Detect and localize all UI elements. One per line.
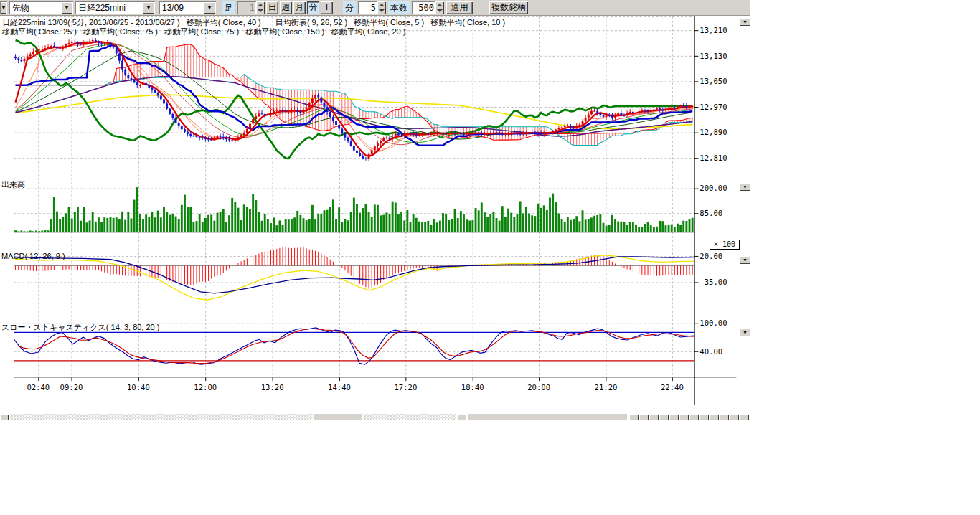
time-tick-label: 10:40 bbox=[127, 383, 150, 392]
period-button-T[interactable]: T bbox=[321, 1, 333, 14]
contract-value: 13/09 bbox=[159, 1, 203, 14]
chevron-down-icon[interactable]: ▼ bbox=[204, 2, 215, 14]
price-tick-label: 12,970 bbox=[699, 103, 727, 111]
time-tick-label: 18:40 bbox=[461, 383, 484, 392]
bottom-scrollbar-strip bbox=[0, 414, 750, 420]
period-button-週[interactable]: 週 bbox=[280, 1, 292, 14]
bottom-toolbar-button[interactable] bbox=[679, 414, 689, 420]
period-button-日[interactable]: 日 bbox=[266, 1, 278, 14]
time-tick-label: 21:20 bbox=[595, 383, 618, 392]
chevron-down-icon: ▼ bbox=[743, 330, 748, 335]
stoch-panel-label: スロー・ストキャスティクス( 14, 3, 80, 20 ) bbox=[1, 322, 159, 333]
chevron-down-icon[interactable]: ▼ bbox=[143, 2, 154, 14]
macd-panel-label: MACD( 12, 26, 9 ) bbox=[1, 252, 65, 260]
volume-panel-label: 出来高 bbox=[1, 179, 25, 190]
edge-combobox[interactable]: ▼ bbox=[0, 1, 7, 14]
chevron-down-icon[interactable]: ▼ bbox=[61, 2, 72, 14]
scrollbar-track[interactable] bbox=[10, 414, 313, 420]
bottom-toolbar-button[interactable] bbox=[710, 414, 719, 420]
bottom-toolbar-button[interactable] bbox=[649, 414, 659, 420]
bar-interval-value: 1 bbox=[237, 1, 256, 14]
time-tick-label: 17:20 bbox=[394, 383, 417, 392]
time-tick-label: 13:20 bbox=[261, 383, 284, 392]
bottom-toolbar-button[interactable] bbox=[699, 414, 709, 420]
chevron-down-icon: ▼ bbox=[743, 258, 748, 263]
symbol-value: 日経225mini bbox=[75, 1, 142, 14]
stoch-scale-dropdown[interactable]: ▼ bbox=[740, 329, 750, 336]
volume-tick-label: 85.00 bbox=[699, 209, 722, 217]
price-tick-label: 13,130 bbox=[699, 52, 727, 60]
scrollbar-button[interactable] bbox=[0, 414, 9, 420]
macd-tick-label: -35.00 bbox=[699, 278, 727, 286]
time-tick-label: 14:40 bbox=[328, 383, 351, 392]
stoch-tick-label: 40.00 bbox=[699, 347, 722, 356]
count-stepper[interactable]: 500 bbox=[412, 1, 444, 14]
volume-multiplier-badge: × 100 bbox=[710, 240, 740, 250]
chart-canvas[interactable]: 13,21013,13013,05012,97012,89012,810200.… bbox=[0, 16, 750, 420]
scrollbar-track[interactable] bbox=[363, 414, 456, 420]
apply-button[interactable]: 適用 bbox=[446, 1, 473, 14]
spinner-icon[interactable] bbox=[377, 1, 386, 14]
scrollbar-thumb[interactable] bbox=[314, 414, 362, 420]
spinner-icon[interactable] bbox=[256, 1, 265, 14]
bottom-toolbar-button[interactable] bbox=[740, 414, 749, 420]
bottom-toolbar-button[interactable] bbox=[639, 414, 649, 420]
minute-label: 分 bbox=[343, 1, 356, 14]
macd-scale-dropdown[interactable]: ▼ bbox=[740, 256, 750, 264]
count-value: 500 bbox=[412, 1, 435, 14]
bar-type-label: 足 bbox=[222, 1, 235, 14]
scrollbar-track[interactable] bbox=[468, 414, 627, 420]
chevron-down-icon: ▼ bbox=[743, 19, 748, 24]
time-tick-label: 22:40 bbox=[661, 383, 684, 392]
chevron-down-icon: ▼ bbox=[743, 184, 748, 189]
app-window: ▼ 先物 ▼ 日経225mini ▼ 13/09 ▼ 足 1 日週月分T 分 5… bbox=[0, 0, 980, 515]
volume-tick-label: 200.00 bbox=[699, 184, 727, 192]
contract-combobox[interactable]: 13/09 ▼ bbox=[159, 1, 216, 14]
count-label: 本数 bbox=[388, 1, 410, 14]
time-tick-label: 09:20 bbox=[60, 383, 83, 392]
category-combobox[interactable]: 先物 ▼ bbox=[9, 1, 73, 14]
period-button-分[interactable]: 分 bbox=[307, 1, 319, 14]
time-tick-label: 02:40 bbox=[27, 383, 50, 392]
minute-stepper[interactable]: 5 bbox=[358, 1, 386, 14]
spinner-icon[interactable] bbox=[435, 1, 444, 14]
bottom-toolbar-button[interactable] bbox=[659, 414, 669, 420]
multi-symbol-button[interactable]: 複数銘柄 bbox=[489, 1, 528, 14]
price-tick-label: 13,210 bbox=[699, 26, 727, 34]
category-value: 先物 bbox=[9, 1, 60, 14]
bottom-toolbar-button[interactable] bbox=[730, 414, 739, 420]
price-scale-dropdown[interactable]: ▼ bbox=[740, 18, 750, 26]
chart-title-line2: 移動平均( Close, 25 ) 移動平均( Close, 75 ) 移動平均… bbox=[2, 27, 405, 37]
period-button-月[interactable]: 月 bbox=[293, 1, 306, 14]
bottom-toolbar-button[interactable] bbox=[629, 414, 639, 420]
main-toolbar: ▼ 先物 ▼ 日経225mini ▼ 13/09 ▼ 足 1 日週月分T 分 5… bbox=[0, 0, 750, 16]
macd-tick-label: 20.00 bbox=[699, 252, 722, 260]
minute-value: 5 bbox=[358, 1, 377, 14]
symbol-combobox[interactable]: 日経225mini ▼ bbox=[75, 1, 155, 14]
price-tick-label: 12,810 bbox=[699, 153, 727, 162]
bottom-toolbar-button[interactable] bbox=[720, 414, 729, 420]
scrollbar-button[interactable] bbox=[458, 414, 466, 420]
bottom-toolbar-button[interactable] bbox=[669, 414, 679, 420]
volume-scale-dropdown[interactable]: ▼ bbox=[740, 183, 750, 191]
time-tick-label: 20:00 bbox=[527, 383, 550, 392]
time-tick-label: 12:00 bbox=[194, 383, 217, 392]
price-tick-label: 13,050 bbox=[699, 77, 727, 85]
bottom-toolbar-button[interactable] bbox=[689, 414, 699, 420]
stoch-tick-label: 100.00 bbox=[699, 318, 727, 327]
chevron-down-icon[interactable]: ▼ bbox=[1, 2, 6, 14]
price-tick-label: 12,890 bbox=[699, 128, 727, 137]
bar-interval-stepper[interactable]: 1 bbox=[237, 1, 265, 14]
